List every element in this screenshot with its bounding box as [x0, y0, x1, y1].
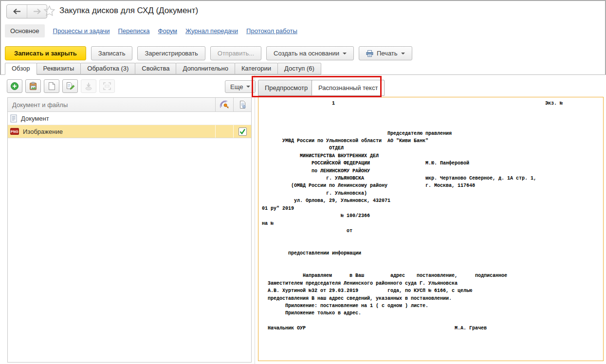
file-row-main: PNG Изображение: [8, 125, 215, 138]
command-bar: Записать и закрыть Записать Зарегистриро…: [5, 46, 412, 60]
forward-arrow-icon: [33, 8, 41, 15]
file-row-check-cell: [233, 125, 251, 138]
import-file-button[interactable]: [81, 79, 96, 93]
files-list-header: Документ и файлы: [8, 98, 251, 112]
file-row-web-cell: [215, 125, 233, 138]
nav-item-main[interactable]: Основное: [5, 24, 45, 37]
create-based-on-button[interactable]: Создать на основании: [266, 46, 354, 60]
back-button[interactable]: [7, 5, 27, 18]
file-row-label: Изображение: [23, 128, 63, 135]
recognized-text-panel[interactable]: 1 Экз. № Председателю правления УМВД Рос…: [258, 97, 604, 361]
scanner-frame-icon: [103, 82, 111, 91]
back-arrow-icon: [13, 8, 21, 15]
arrow-into-tray-icon: [84, 82, 93, 91]
file-row-web-cell: [215, 112, 233, 125]
nav-link-forum[interactable]: Форум: [158, 27, 178, 35]
document-file-icon: [10, 114, 17, 123]
page-gear-icon: [239, 100, 246, 109]
files-list-header-label: Документ и файлы: [8, 98, 215, 111]
file-properties-column-button[interactable]: [233, 98, 251, 111]
create-based-on-label: Создать на основании: [274, 50, 339, 57]
caret-down-icon: [343, 53, 347, 55]
nav-link-transfer-log[interactable]: Журнал передачи: [185, 27, 238, 35]
page-title: Закупка дисков для СХД (Документ): [59, 6, 198, 16]
tab-access[interactable]: Доступ (6): [277, 63, 321, 74]
history-nav-group: [6, 4, 47, 18]
save-and-close-button[interactable]: Записать и закрыть: [5, 46, 86, 60]
app-window: Закупка дисков для СХД (Документ) Основн…: [0, 0, 606, 364]
tab-requisites[interactable]: Реквизиты: [37, 63, 81, 74]
caret-down-icon: [401, 53, 405, 55]
web-access-column-button[interactable]: [215, 98, 233, 111]
tab-categories[interactable]: Категории: [235, 63, 278, 74]
tab-recognized-text[interactable]: Распознанный текст: [312, 80, 385, 96]
file-row-document[interactable]: Документ: [8, 112, 251, 125]
print-label: Печать: [377, 50, 398, 57]
file-row-label: Документ: [21, 115, 49, 122]
caret-down-icon: [246, 86, 250, 88]
more-button[interactable]: Еще: [225, 80, 256, 93]
more-label: Еще: [230, 83, 243, 91]
files-panel: Документ и файлы Документ: [7, 97, 252, 363]
edit-file-button[interactable]: [62, 79, 78, 93]
file-row-main: Документ: [8, 112, 215, 125]
clipboard-image-icon: [29, 82, 37, 91]
check-icon: [239, 129, 246, 134]
printer-icon: [366, 50, 373, 57]
nav-link-work-protocol[interactable]: Протокол работы: [246, 27, 297, 35]
tab-overview[interactable]: Обзор: [5, 63, 37, 75]
file-row-image[interactable]: PNG Изображение: [8, 125, 251, 138]
add-file-button[interactable]: [7, 79, 22, 93]
tab-processing[interactable]: Обработка (3): [80, 63, 135, 74]
png-file-icon: PNG: [10, 128, 19, 135]
png-badge: PNG: [10, 128, 19, 135]
files-toolbar: [7, 79, 115, 93]
tab-preview[interactable]: Предпросмотр: [258, 80, 314, 96]
file-checkbox-checked[interactable]: [239, 127, 247, 136]
blank-page-icon: [48, 82, 55, 91]
register-button[interactable]: Зарегистрировать: [137, 46, 205, 60]
nav-link-correspondence[interactable]: Переписка: [118, 27, 150, 35]
add-from-clipboard-button[interactable]: [25, 79, 41, 93]
favorite-star-icon[interactable]: [44, 5, 55, 16]
overview-tab-content: Еще Документ и файлы Документ: [0, 75, 606, 364]
tab-additional[interactable]: Дополнительно: [176, 63, 235, 74]
send-button[interactable]: Отправить...: [210, 46, 261, 60]
new-file-button[interactable]: [44, 79, 59, 93]
nav-link-processes[interactable]: Процессы и задачи: [53, 27, 110, 35]
panel-splitter[interactable]: [255, 75, 255, 364]
main-tabstrip: Обзор Реквизиты Обработка (3) Свойства Д…: [0, 63, 606, 75]
recognized-text-content: 1 Экз. № Председателю правления УМВД Рос…: [258, 97, 603, 332]
save-button[interactable]: Записать: [91, 46, 133, 60]
add-icon: [10, 82, 19, 91]
nav-links-bar: Основное Процессы и задачи Переписка Фор…: [5, 23, 297, 38]
print-button[interactable]: Печать: [359, 46, 412, 60]
key-waves-icon: [220, 100, 229, 109]
file-row-check-cell: [233, 112, 251, 125]
scan-button[interactable]: [99, 79, 115, 93]
tab-properties[interactable]: Свойства: [135, 63, 176, 74]
page-pencil-icon: [66, 82, 75, 91]
